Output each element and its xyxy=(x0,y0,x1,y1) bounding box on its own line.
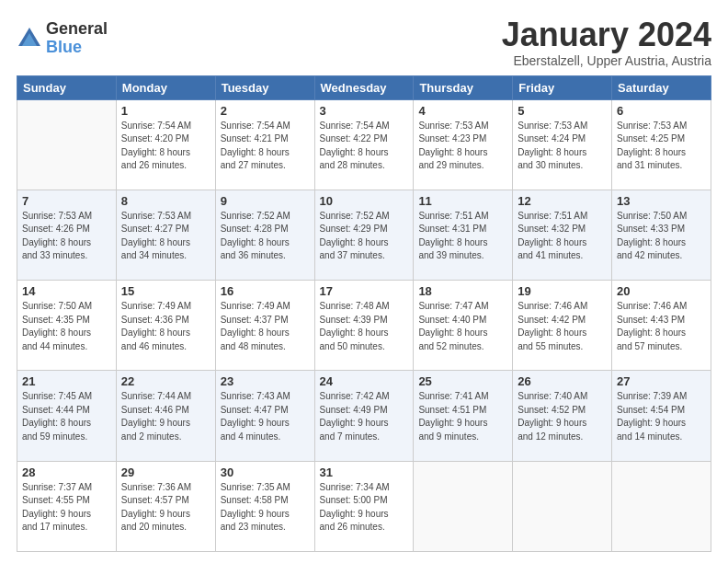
day-cell: 7Sunrise: 7:53 AM Sunset: 4:26 PM Daylig… xyxy=(17,190,117,280)
logo-text: General Blue xyxy=(46,20,108,57)
day-cell: 31Sunrise: 7:34 AM Sunset: 5:00 PM Dayli… xyxy=(314,461,414,551)
day-number: 14 xyxy=(22,284,111,298)
day-cell xyxy=(17,99,117,190)
day-cell: 1Sunrise: 7:54 AM Sunset: 4:20 PM Daylig… xyxy=(116,99,215,190)
day-info: Sunrise: 7:42 AM Sunset: 4:49 PM Dayligh… xyxy=(320,390,409,443)
day-cell: 17Sunrise: 7:48 AM Sunset: 4:39 PM Dayli… xyxy=(314,281,414,371)
day-cell: 30Sunrise: 7:35 AM Sunset: 4:58 PM Dayli… xyxy=(215,461,314,551)
day-number: 17 xyxy=(320,284,409,298)
day-info: Sunrise: 7:53 AM Sunset: 4:24 PM Dayligh… xyxy=(518,120,607,173)
day-info: Sunrise: 7:43 AM Sunset: 4:47 PM Dayligh… xyxy=(221,390,310,443)
day-cell: 26Sunrise: 7:40 AM Sunset: 4:52 PM Dayli… xyxy=(513,371,612,461)
day-cell: 6Sunrise: 7:53 AM Sunset: 4:25 PM Daylig… xyxy=(612,99,711,190)
header-row: SundayMondayTuesdayWednesdayThursdayFrid… xyxy=(17,75,711,99)
logo-blue: Blue xyxy=(46,39,108,57)
day-header-thursday: Thursday xyxy=(414,75,513,99)
week-row-4: 21Sunrise: 7:45 AM Sunset: 4:44 PM Dayli… xyxy=(17,371,711,461)
day-number: 27 xyxy=(617,374,706,388)
day-number: 13 xyxy=(617,194,706,208)
day-header-tuesday: Tuesday xyxy=(215,75,314,99)
day-cell: 20Sunrise: 7:46 AM Sunset: 4:43 PM Dayli… xyxy=(612,281,711,371)
logo-icon xyxy=(17,26,42,52)
day-info: Sunrise: 7:53 AM Sunset: 4:27 PM Dayligh… xyxy=(121,210,210,263)
day-cell: 8Sunrise: 7:53 AM Sunset: 4:27 PM Daylig… xyxy=(116,190,215,280)
day-header-wednesday: Wednesday xyxy=(314,75,414,99)
day-number: 22 xyxy=(121,374,210,388)
day-number: 5 xyxy=(518,104,607,118)
day-number: 6 xyxy=(617,104,706,118)
day-cell: 14Sunrise: 7:50 AM Sunset: 4:35 PM Dayli… xyxy=(17,281,117,371)
day-info: Sunrise: 7:54 AM Sunset: 4:20 PM Dayligh… xyxy=(121,120,210,173)
day-number: 2 xyxy=(221,104,310,118)
day-number: 3 xyxy=(320,104,409,118)
day-number: 10 xyxy=(320,194,409,208)
day-info: Sunrise: 7:46 AM Sunset: 4:43 PM Dayligh… xyxy=(617,300,706,353)
day-header-friday: Friday xyxy=(513,75,612,99)
day-number: 19 xyxy=(518,284,607,298)
main-title: January 2024 xyxy=(502,17,711,53)
day-cell: 11Sunrise: 7:51 AM Sunset: 4:31 PM Dayli… xyxy=(414,190,513,280)
day-info: Sunrise: 7:48 AM Sunset: 4:39 PM Dayligh… xyxy=(320,300,409,353)
day-info: Sunrise: 7:49 AM Sunset: 4:36 PM Dayligh… xyxy=(121,300,210,353)
day-cell: 23Sunrise: 7:43 AM Sunset: 4:47 PM Dayli… xyxy=(215,371,314,461)
day-info: Sunrise: 7:49 AM Sunset: 4:37 PM Dayligh… xyxy=(221,300,310,353)
day-cell: 13Sunrise: 7:50 AM Sunset: 4:33 PM Dayli… xyxy=(612,190,711,280)
day-number: 15 xyxy=(121,284,210,298)
day-number: 11 xyxy=(418,194,507,208)
day-number: 4 xyxy=(418,104,507,118)
day-cell: 22Sunrise: 7:44 AM Sunset: 4:46 PM Dayli… xyxy=(116,371,215,461)
logo-general: General xyxy=(46,20,108,39)
day-info: Sunrise: 7:41 AM Sunset: 4:51 PM Dayligh… xyxy=(418,390,507,443)
day-info: Sunrise: 7:44 AM Sunset: 4:46 PM Dayligh… xyxy=(121,390,210,443)
week-row-2: 7Sunrise: 7:53 AM Sunset: 4:26 PM Daylig… xyxy=(17,190,711,280)
day-cell: 5Sunrise: 7:53 AM Sunset: 4:24 PM Daylig… xyxy=(513,99,612,190)
day-info: Sunrise: 7:53 AM Sunset: 4:25 PM Dayligh… xyxy=(617,120,706,173)
day-cell: 10Sunrise: 7:52 AM Sunset: 4:29 PM Dayli… xyxy=(314,190,414,280)
day-info: Sunrise: 7:39 AM Sunset: 4:54 PM Dayligh… xyxy=(617,390,706,443)
calendar-table: SundayMondayTuesdayWednesdayThursdayFrid… xyxy=(17,75,711,552)
week-row-1: 1Sunrise: 7:54 AM Sunset: 4:20 PM Daylig… xyxy=(17,99,711,190)
day-number: 16 xyxy=(221,284,310,298)
day-cell xyxy=(513,461,612,551)
day-info: Sunrise: 7:47 AM Sunset: 4:40 PM Dayligh… xyxy=(418,300,507,353)
day-info: Sunrise: 7:52 AM Sunset: 4:28 PM Dayligh… xyxy=(221,210,310,263)
week-row-3: 14Sunrise: 7:50 AM Sunset: 4:35 PM Dayli… xyxy=(17,281,711,371)
day-number: 7 xyxy=(22,194,111,208)
day-info: Sunrise: 7:51 AM Sunset: 4:31 PM Dayligh… xyxy=(418,210,507,263)
day-info: Sunrise: 7:36 AM Sunset: 4:57 PM Dayligh… xyxy=(121,481,210,534)
day-info: Sunrise: 7:53 AM Sunset: 4:23 PM Dayligh… xyxy=(418,120,507,173)
day-cell: 18Sunrise: 7:47 AM Sunset: 4:40 PM Dayli… xyxy=(414,281,513,371)
logo: General Blue xyxy=(17,20,108,57)
day-info: Sunrise: 7:40 AM Sunset: 4:52 PM Dayligh… xyxy=(518,390,607,443)
day-cell: 2Sunrise: 7:54 AM Sunset: 4:21 PM Daylig… xyxy=(215,99,314,190)
day-number: 20 xyxy=(617,284,706,298)
day-cell: 25Sunrise: 7:41 AM Sunset: 4:51 PM Dayli… xyxy=(414,371,513,461)
day-cell: 29Sunrise: 7:36 AM Sunset: 4:57 PM Dayli… xyxy=(116,461,215,551)
day-info: Sunrise: 7:54 AM Sunset: 4:22 PM Dayligh… xyxy=(320,120,409,173)
day-cell: 24Sunrise: 7:42 AM Sunset: 4:49 PM Dayli… xyxy=(314,371,414,461)
day-cell: 19Sunrise: 7:46 AM Sunset: 4:42 PM Dayli… xyxy=(513,281,612,371)
day-cell: 12Sunrise: 7:51 AM Sunset: 4:32 PM Dayli… xyxy=(513,190,612,280)
title-block: January 2024 Eberstalzell, Upper Austria… xyxy=(502,17,711,68)
day-info: Sunrise: 7:50 AM Sunset: 4:33 PM Dayligh… xyxy=(617,210,706,263)
day-number: 31 xyxy=(320,465,409,479)
day-cell xyxy=(612,461,711,551)
day-cell: 3Sunrise: 7:54 AM Sunset: 4:22 PM Daylig… xyxy=(314,99,414,190)
day-number: 8 xyxy=(121,194,210,208)
day-number: 30 xyxy=(221,465,310,479)
page: General Blue January 2024 Eberstalzell, … xyxy=(0,0,728,563)
day-number: 28 xyxy=(22,465,111,479)
day-number: 18 xyxy=(418,284,507,298)
day-info: Sunrise: 7:52 AM Sunset: 4:29 PM Dayligh… xyxy=(320,210,409,263)
day-info: Sunrise: 7:45 AM Sunset: 4:44 PM Dayligh… xyxy=(22,390,111,443)
day-header-monday: Monday xyxy=(116,75,215,99)
day-cell: 4Sunrise: 7:53 AM Sunset: 4:23 PM Daylig… xyxy=(414,99,513,190)
day-number: 21 xyxy=(22,374,111,388)
day-info: Sunrise: 7:37 AM Sunset: 4:55 PM Dayligh… xyxy=(22,481,111,534)
day-header-sunday: Sunday xyxy=(17,75,117,99)
day-cell: 16Sunrise: 7:49 AM Sunset: 4:37 PM Dayli… xyxy=(215,281,314,371)
day-number: 24 xyxy=(320,374,409,388)
subtitle: Eberstalzell, Upper Austria, Austria xyxy=(502,53,711,68)
day-cell: 28Sunrise: 7:37 AM Sunset: 4:55 PM Dayli… xyxy=(17,461,117,551)
day-number: 25 xyxy=(418,374,507,388)
